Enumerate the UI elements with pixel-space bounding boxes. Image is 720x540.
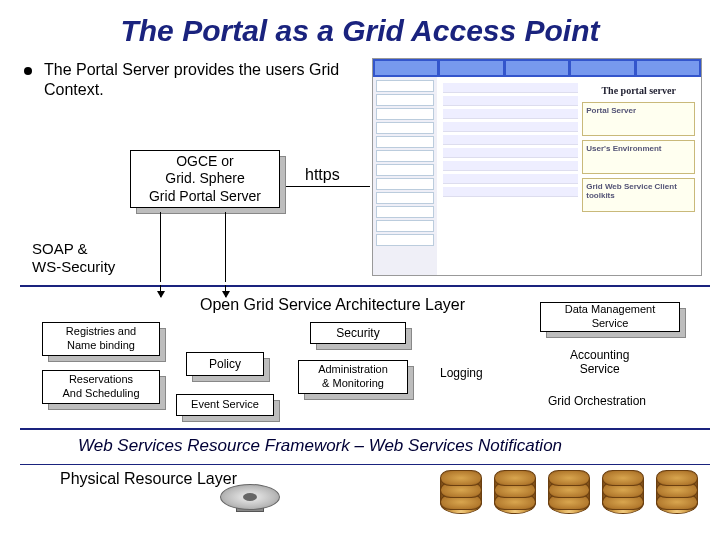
bullet-text: The Portal Server provides the users Gri… [44,60,344,100]
box-security: Security [310,322,406,344]
heading-physical: Physical Resource Layer [60,470,237,488]
server-icon [494,470,536,518]
server-icon [440,470,482,518]
connector-line [225,212,226,282]
box-registries: Registries and Name binding [42,322,160,356]
server-icon [602,470,644,518]
box-event-service: Event Service [176,394,274,416]
arrow-icon [225,285,226,297]
divider-mid [20,428,710,430]
box-admin: Administration & Monitoring [298,360,408,394]
box-reservations: Reservations And Scheduling [42,370,160,404]
divider-top [20,285,710,287]
text-wsrf: Web Services Resource Framework – Web Se… [78,436,562,456]
label-grid-orch: Grid Orchestration [548,394,646,408]
screenshot-panel-toolkits: Grid Web Service Client toolkits [582,178,695,212]
bullet-icon [24,67,32,75]
server-icon [656,470,698,518]
line-https [286,186,370,187]
heading-ogsa: Open Grid Service Architecture Layer [200,296,465,314]
label-soap: SOAP & WS-Security [32,240,115,276]
box-data-mgmt: Data Management Service [540,302,680,332]
slide-title: The Portal as a Grid Access Point [0,0,720,58]
box-portal-server: OGCE or Grid. Sphere Grid Portal Server [130,150,280,208]
label-accounting: Accounting Service [570,348,629,377]
label-https: https [305,165,340,184]
portal-screenshot: The portal server Portal Server User's E… [372,58,702,276]
server-icon [548,470,590,518]
screenshot-list [443,83,578,269]
disk-icon [220,476,280,512]
connector-line [160,212,161,282]
screenshot-sidebar [373,77,437,275]
screenshot-panel-userenv: User's Environment [582,140,695,174]
divider-bottom [20,464,710,465]
screenshot-heading: The portal server [582,83,695,98]
arrow-icon [160,285,161,297]
screenshot-panel-portal: Portal Server [582,102,695,136]
box-policy: Policy [186,352,264,376]
screenshot-tabs [373,59,701,77]
label-logging: Logging [440,366,483,380]
